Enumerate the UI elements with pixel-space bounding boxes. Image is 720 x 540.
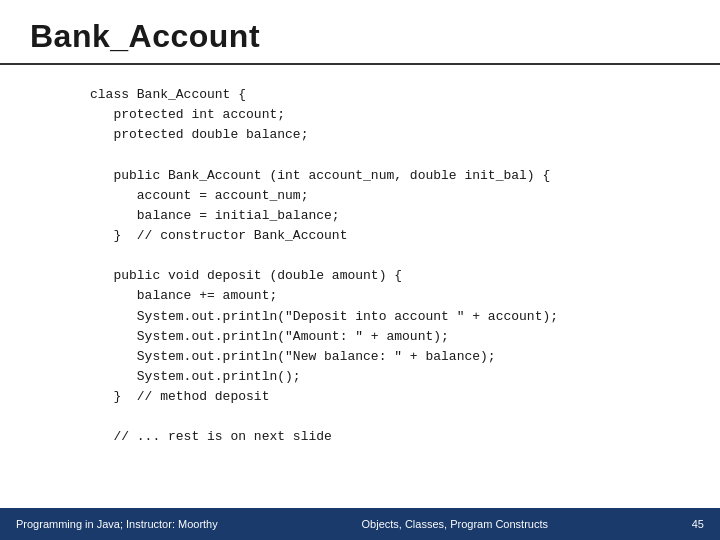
code-block: class Bank_Account { protected int accou… [0,75,720,458]
title-area: Bank_Account [0,0,720,65]
footer-center: Objects, Classes, Program Constructs [362,518,548,530]
footer: Programming in Java; Instructor: Moorthy… [0,508,720,540]
slide-container: Bank_Account class Bank_Account { protec… [0,0,720,540]
footer-left: Programming in Java; Instructor: Moorthy [16,518,218,530]
slide-title: Bank_Account [30,18,690,55]
footer-right: 45 [692,518,704,530]
